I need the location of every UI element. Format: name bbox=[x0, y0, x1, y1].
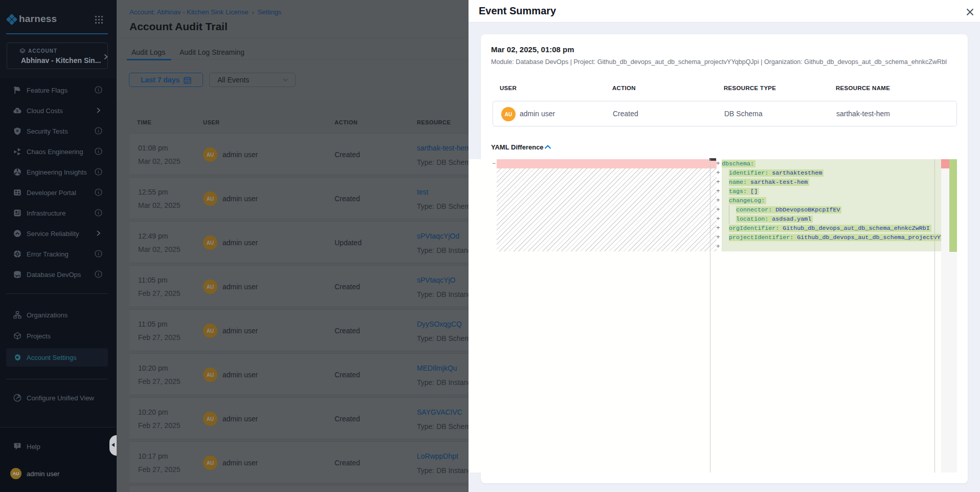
svg-text:$: $ bbox=[16, 109, 19, 113]
svg-text:?: ? bbox=[16, 443, 19, 448]
